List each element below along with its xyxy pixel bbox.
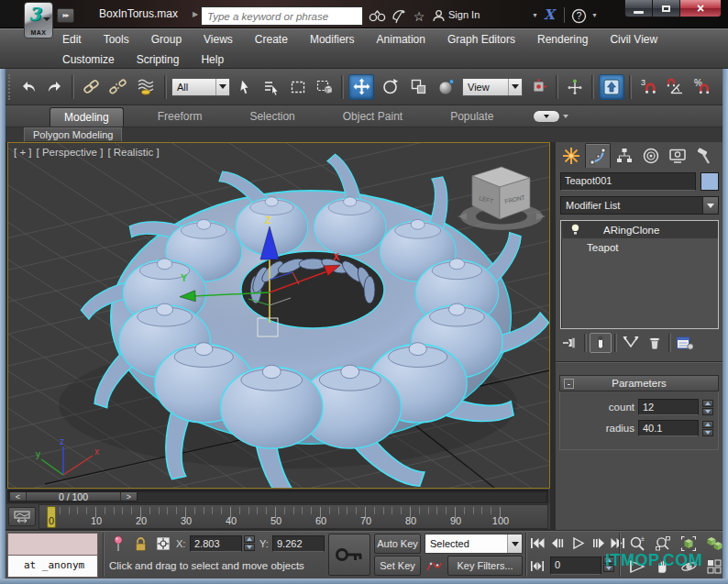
tab-utilities[interactable] (691, 143, 717, 168)
menu-item[interactable]: Customize (51, 51, 126, 68)
viewcube[interactable]: LEFT FRONT (458, 167, 546, 230)
next-frame-arrow[interactable]: > (120, 492, 137, 501)
pin-stack-button[interactable] (559, 333, 581, 353)
title-flyout-caret-icon[interactable]: ▶ (193, 10, 198, 18)
sign-in-label[interactable]: Sign In (448, 9, 480, 20)
ribbon-tab[interactable]: Modeling (50, 107, 124, 127)
ribbon-tab[interactable]: Populate (436, 107, 507, 127)
parameter-value-field[interactable]: 40.1 (638, 420, 699, 436)
select-by-name-button[interactable] (259, 75, 283, 99)
parameter-spinner[interactable] (702, 400, 713, 415)
select-and-scale-button[interactable] (405, 75, 431, 99)
selection-filter-dropdown[interactable]: All (171, 78, 230, 96)
menu-item[interactable]: Scripting (126, 51, 191, 68)
viewport-menu-pov[interactable]: [ Perspective ] (37, 147, 104, 158)
y-coordinate-field[interactable]: 9.262 (272, 535, 325, 552)
ribbon-tab[interactable]: Object Paint (329, 107, 416, 127)
show-end-result-button[interactable] (590, 333, 612, 353)
search-button[interactable] (368, 8, 386, 24)
application-menu-button[interactable]: 3 MAX (24, 2, 53, 39)
viewport-menu-general[interactable]: [ + ] (14, 147, 32, 158)
spinner-down-icon[interactable] (702, 429, 713, 436)
unlink-selection-button[interactable] (105, 75, 129, 99)
parameter-value-field[interactable]: 12 (638, 399, 699, 415)
visibility-bulb-icon[interactable] (569, 223, 581, 237)
window-crossing-toggle-button[interactable] (313, 75, 336, 99)
spinner-up-icon[interactable] (702, 421, 713, 428)
rectangular-selection-region-button[interactable] (286, 75, 310, 99)
x-coordinate-field[interactable]: 2.803 (190, 535, 242, 552)
tab-hierarchy[interactable] (612, 143, 637, 168)
maxscript-listener-input[interactable]: at _anonym (7, 556, 98, 578)
snaps-toggle-button[interactable]: 3 (636, 75, 660, 99)
previous-frame-arrow[interactable]: < (10, 492, 27, 501)
redo-button[interactable] (43, 75, 67, 99)
modifier-stack-row[interactable]: Teapot (561, 238, 718, 256)
object-name-field[interactable]: Teapot001 (560, 172, 696, 191)
use-pivot-point-center-button[interactable] (525, 75, 551, 99)
spinner-down-icon[interactable] (702, 408, 713, 415)
configure-modifier-sets-button[interactable] (674, 333, 696, 353)
selection-lock-toggle[interactable] (131, 534, 150, 553)
menu-item[interactable]: Rendering (526, 31, 599, 48)
play-animation-button[interactable] (568, 534, 588, 552)
undo-button[interactable] (17, 75, 40, 99)
help-button[interactable]: ? (569, 8, 588, 24)
modifier-list-dropdown[interactable]: Modifier List (560, 196, 719, 215)
menu-item[interactable]: Graph Editors (436, 31, 526, 48)
menu-item[interactable]: Edit (51, 31, 93, 48)
time-slider-track[interactable]: < 0 / 100 > (7, 490, 548, 503)
ribbon-panel-polygon-modeling[interactable]: Polygon Modeling (24, 127, 122, 142)
select-and-place-button[interactable] (434, 75, 459, 99)
quick-access-overflow-button[interactable]: ▸▸ (57, 8, 74, 23)
key-mode-toggle-button[interactable] (529, 556, 546, 575)
isolate-selection-toggle[interactable] (108, 534, 127, 553)
communication-center-button[interactable] (390, 8, 408, 24)
select-and-link-button[interactable] (79, 75, 103, 99)
menu-item[interactable]: Animation (366, 31, 436, 48)
tab-display[interactable] (665, 143, 690, 168)
object-color-swatch[interactable] (700, 172, 719, 191)
close-button[interactable]: × (679, 0, 722, 17)
perspective-viewport[interactable]: [ + ] [ Perspective ] [ Realistic ] (7, 142, 550, 489)
search-input[interactable] (202, 8, 362, 26)
absolute-offset-mode-toggle[interactable] (153, 534, 172, 553)
rollout-collapse-icon[interactable]: - (564, 379, 574, 389)
viewport-scene[interactable]: X Y Z LEFT FRONT (8, 143, 549, 488)
menu-item[interactable]: Views (193, 31, 244, 48)
menu-item[interactable]: Create (244, 31, 299, 48)
mini-curve-editor-button[interactable] (8, 507, 36, 526)
sign-in-button[interactable] (429, 8, 447, 24)
key-filters-button[interactable]: Key Filters... (447, 556, 523, 576)
keyboard-shortcut-override-button[interactable] (599, 74, 624, 100)
spinner-up-icon[interactable] (702, 400, 713, 407)
set-key-button[interactable]: Set Key (374, 556, 421, 576)
minimize-button[interactable] (624, 0, 653, 17)
help-dropdown-caret-icon[interactable]: ▼ (591, 12, 598, 18)
ribbon-minimize-button[interactable] (534, 111, 568, 122)
parameter-spinner[interactable] (702, 421, 713, 436)
previous-frame-button[interactable] (548, 534, 565, 552)
remove-modifier-button[interactable] (644, 333, 666, 353)
sign-in-dropdown-caret-icon[interactable]: ▼ (532, 12, 538, 18)
teapot-object[interactable] (221, 365, 323, 488)
ribbon-tab[interactable]: Freeform (144, 107, 216, 127)
menu-item[interactable]: Civil View (599, 31, 668, 48)
angle-snap-toggle-button[interactable] (663, 75, 687, 99)
menu-item[interactable]: Help (190, 51, 235, 68)
reference-coordinate-system-dropdown[interactable]: View (462, 78, 523, 96)
percent-snap-toggle-button[interactable]: % (689, 75, 713, 99)
auto-key-button[interactable]: Auto Key (374, 534, 421, 554)
set-keys-button[interactable] (328, 534, 370, 576)
select-and-rotate-button[interactable] (377, 75, 403, 99)
toolbar-grip[interactable] (8, 74, 12, 100)
menu-item[interactable]: Group (140, 31, 193, 48)
menu-item[interactable]: Tools (93, 31, 140, 48)
tab-create[interactable] (558, 143, 584, 168)
spinner-up-icon[interactable] (244, 535, 255, 543)
go-to-start-button[interactable] (529, 534, 546, 552)
select-and-move-button[interactable] (348, 74, 374, 100)
menu-item[interactable]: Modifiers (299, 31, 366, 48)
time-slider-handle[interactable]: < 0 / 100 > (9, 491, 138, 501)
selection-set-dropdown[interactable]: Selected (425, 534, 523, 554)
